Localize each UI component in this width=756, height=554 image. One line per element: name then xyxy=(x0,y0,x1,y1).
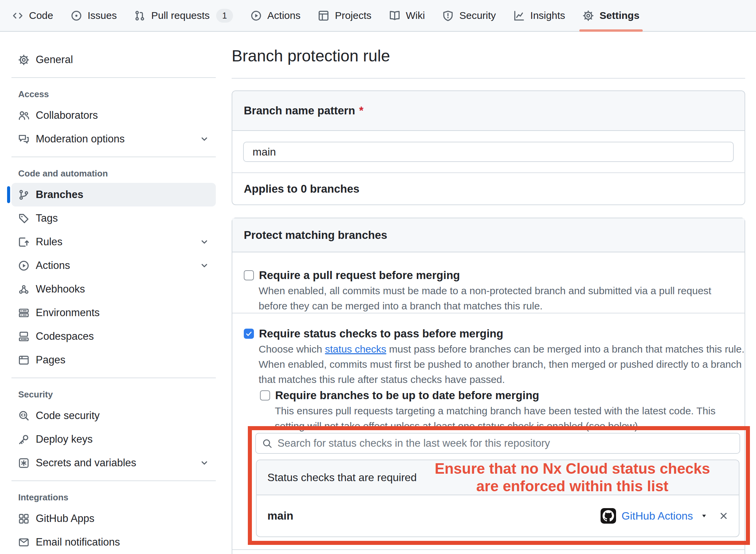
browser-icon xyxy=(18,355,29,366)
pull-requests-count-badge: 1 xyxy=(216,9,233,23)
status-checks-required-label: Status checks that are required xyxy=(267,471,417,484)
status-check-name: main xyxy=(267,509,293,522)
sidebar-item-rules[interactable]: Rules xyxy=(11,230,216,254)
sidebar-item-label: Collaborators xyxy=(36,109,98,121)
sidebar-item-label: GitHub Apps xyxy=(36,513,94,525)
require-up-to-date-label: Require branches to be up to date before… xyxy=(275,389,539,402)
sidebar-section-access: Access xyxy=(11,84,216,104)
sidebar-item-label: Secrets and variables xyxy=(36,457,136,469)
sidebar-item-branches[interactable]: Branches xyxy=(11,183,216,206)
sidebar-divider xyxy=(11,77,216,78)
branch-name-pattern-input[interactable] xyxy=(243,142,734,162)
require-status-checks-label: Require status checks to pass before mer… xyxy=(259,327,503,340)
sidebar-item-label: Webhooks xyxy=(36,283,85,295)
sidebar-item-tags[interactable]: Tags xyxy=(11,206,216,230)
chevron-down-icon xyxy=(200,261,209,270)
apps-icon xyxy=(18,513,29,524)
sidebar-item-email-notifications[interactable]: Email notifications xyxy=(11,530,216,554)
required-asterisk: * xyxy=(359,104,364,117)
require-status-checks-checkbox[interactable] xyxy=(244,329,254,339)
annotation-text: Ensure that no Nx Cloud status checks ar… xyxy=(417,460,728,495)
git-pull-request-icon xyxy=(134,10,145,21)
sidebar-item-label: Rules xyxy=(36,236,62,248)
sidebar-item-label: Environments xyxy=(36,307,100,319)
sidebar-item-codespaces[interactable]: Codespaces xyxy=(11,325,216,348)
sidebar-item-collaborators[interactable]: Collaborators xyxy=(11,104,216,127)
page-title: Branch protection rule xyxy=(232,46,390,66)
annotation-line-2: are enforced within this list xyxy=(417,477,728,495)
github-mark-icon xyxy=(603,510,614,522)
require-up-to-date-checkbox[interactable] xyxy=(260,390,270,400)
sidebar-item-moderation-options[interactable]: Moderation options xyxy=(11,127,216,151)
caret-down-icon[interactable] xyxy=(700,512,708,520)
tab-pull-requests[interactable]: Pull requests 1 xyxy=(125,0,241,31)
section-divider xyxy=(232,549,745,550)
sidebar-item-webhooks[interactable]: Webhooks xyxy=(11,277,216,301)
status-check-source: GitHub Actions xyxy=(601,508,729,524)
require-up-to-date-row: Require branches to be up to date before… xyxy=(260,389,539,402)
sidebar-item-label: Email notifications xyxy=(36,536,120,548)
sidebar-section-code-and-automation: Code and automation xyxy=(11,163,216,183)
status-checks-list-header: Status checks that are required Ensure t… xyxy=(257,460,739,495)
require-pr-label: Require a pull request before merging xyxy=(259,269,460,282)
require-status-checks-row: Require status checks to pass before mer… xyxy=(244,327,503,340)
sidebar-item-general[interactable]: General xyxy=(11,48,216,72)
annotation-highlight-box: Status checks that are required Ensure t… xyxy=(248,426,750,545)
people-icon xyxy=(18,110,29,121)
tab-code-label: Code xyxy=(29,10,53,21)
chevron-down-icon xyxy=(200,458,209,468)
sidebar-item-secrets-and-variables[interactable]: Secrets and variables xyxy=(11,451,216,475)
remove-status-check-icon[interactable] xyxy=(719,511,729,521)
chevron-down-icon xyxy=(200,134,209,144)
sidebar-divider xyxy=(11,378,216,378)
sidebar-item-label: Actions xyxy=(36,259,70,272)
gear-icon xyxy=(18,54,29,65)
section-divider xyxy=(232,313,745,313)
sidebar-item-actions[interactable]: Actions xyxy=(11,254,216,277)
play-icon xyxy=(18,260,29,271)
sidebar-item-pages[interactable]: Pages xyxy=(11,348,216,372)
sidebar-item-label: General xyxy=(36,54,73,66)
status-check-search-input[interactable] xyxy=(255,433,740,454)
tab-issues[interactable]: Issues xyxy=(62,0,126,31)
status-check-search xyxy=(255,433,740,454)
status-checks-link[interactable]: status checks xyxy=(325,343,386,355)
sidebar-section-integrations: Integrations xyxy=(11,487,216,507)
asterisk-icon xyxy=(18,458,29,469)
description-text: Choose which xyxy=(259,343,325,355)
sidebar-divider xyxy=(11,480,216,481)
require-pr-row: Require a pull request before merging xyxy=(244,269,460,282)
sidebar-item-label: Deploy keys xyxy=(36,433,93,445)
codescan-icon xyxy=(18,410,29,421)
applies-to-branches-text: Applies to 0 branches xyxy=(232,173,745,204)
tab-pull-requests-label: Pull requests xyxy=(151,10,209,21)
sidebar-item-label: Moderation options xyxy=(36,133,125,145)
settings-sidebar: General Access Collaborators Moderation … xyxy=(11,48,216,554)
main-content: Branch protection rule Branch name patte… xyxy=(232,0,745,554)
sidebar-item-label: Code security xyxy=(36,410,100,422)
sidebar-item-github-apps[interactable]: GitHub Apps xyxy=(11,507,216,530)
code-icon xyxy=(12,10,23,21)
require-pr-checkbox[interactable] xyxy=(244,270,254,280)
protect-matching-branches-header: Protect matching branches xyxy=(232,218,745,252)
sidebar-section-security: Security xyxy=(11,384,216,404)
title-divider xyxy=(232,78,745,79)
sidebar-item-deploy-keys[interactable]: Deploy keys xyxy=(11,427,216,451)
issue-opened-icon xyxy=(71,10,82,21)
mail-icon xyxy=(18,537,29,548)
sidebar-item-code-security[interactable]: Code security xyxy=(11,404,216,427)
sidebar-item-environments[interactable]: Environments xyxy=(11,301,216,325)
status-checks-list: Status checks that are required Ensure t… xyxy=(256,460,739,537)
github-avatar xyxy=(601,508,616,524)
check-icon xyxy=(245,330,253,337)
github-actions-link[interactable]: GitHub Actions xyxy=(621,510,693,522)
tab-code[interactable]: Code xyxy=(3,0,62,31)
branch-name-pattern-header: Branch name pattern * xyxy=(232,91,745,131)
rules-icon xyxy=(18,237,29,248)
annotation-line-1: Ensure that no Nx Cloud status checks xyxy=(417,460,728,477)
require-pr-description: When enabled, all commits must be made t… xyxy=(259,283,731,313)
branch-name-pattern-label: Branch name pattern xyxy=(244,104,355,117)
tag-icon xyxy=(18,213,29,224)
webhook-icon xyxy=(18,284,29,295)
comment-discussion-icon xyxy=(18,134,29,145)
